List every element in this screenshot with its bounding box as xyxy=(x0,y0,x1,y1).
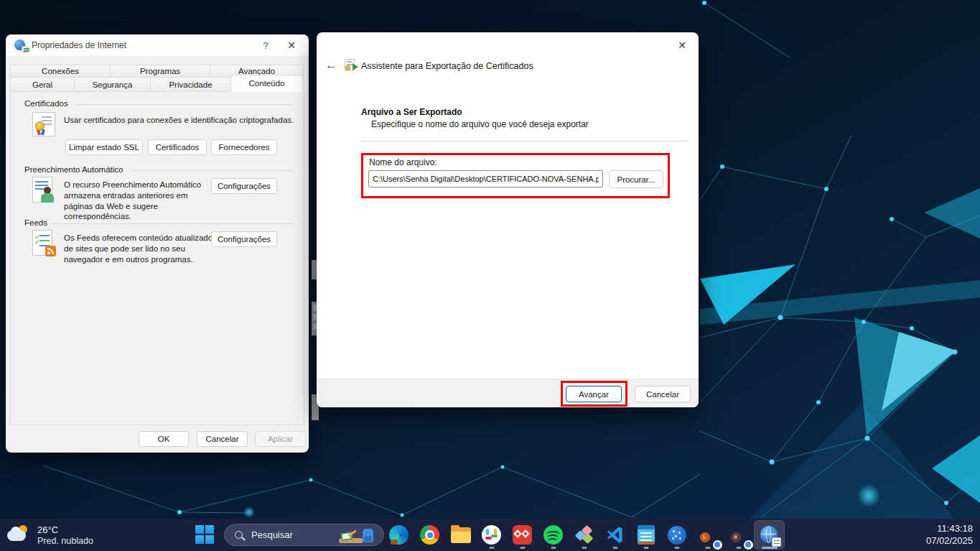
tab-privacidade[interactable]: Privacidade xyxy=(150,77,231,92)
limpar-estado-ssl-button[interactable]: Limpar estado SSL xyxy=(65,139,143,155)
ok-button[interactable]: OK xyxy=(139,431,189,447)
tab-page-conteudo: Certificados Usar certificados para cone… xyxy=(10,91,304,425)
wizard-heading: Arquivo a Ser Exportado xyxy=(361,107,462,117)
tab-geral[interactable]: Geral xyxy=(10,77,75,92)
clock-date: 07/02/2025 xyxy=(926,535,973,546)
chrome-profile-ti-badge: ti xyxy=(731,532,741,542)
fornecedores-button[interactable]: Fornecedores xyxy=(211,139,277,155)
apply-button[interactable]: Aplicar xyxy=(255,431,306,447)
taskbar-app-icons: L ti xyxy=(383,520,785,550)
group-label-feeds: Feeds xyxy=(22,218,50,227)
weather-widget[interactable]: 26°C Pred. nublado xyxy=(7,522,115,548)
feeds-configuracoes-button[interactable]: Configurações xyxy=(211,231,277,247)
tab-row-2: Geral Segurança Privacidade Conteúdo xyxy=(10,77,304,92)
notepad-icon[interactable] xyxy=(630,520,661,550)
blue-circle-app-icon[interactable] xyxy=(661,520,692,550)
close-icon[interactable]: ✕ xyxy=(284,39,299,52)
search-box[interactable]: Pesquisar xyxy=(224,524,384,546)
slack-icon[interactable] xyxy=(476,520,507,550)
spotify-icon[interactable] xyxy=(538,520,569,550)
wizard-title: Assistente para Exportação de Certificad… xyxy=(361,61,533,71)
preenchimento-description: O recurso Preenchimento Automático armaz… xyxy=(64,180,213,222)
feeds-icon: ✓ ✓ xyxy=(31,230,57,257)
certificados-description: Usar certificados para conexões e identi… xyxy=(64,115,302,126)
diamond-color-app-icon[interactable] xyxy=(569,520,599,550)
start-button[interactable] xyxy=(195,525,215,545)
search-placeholder: Pesquisar xyxy=(251,529,339,540)
wizard-icon xyxy=(344,59,357,72)
taskbar-clock[interactable]: 11:43:18 07/02/2025 xyxy=(926,523,973,546)
close-icon[interactable]: ✕ xyxy=(674,38,690,52)
search-icon xyxy=(235,531,243,539)
browse-button[interactable]: Procurar... xyxy=(609,170,663,188)
vscode-icon[interactable] xyxy=(599,520,630,550)
autofill-icon xyxy=(31,177,57,204)
certificate-export-wizard-dialog: ✕ ← Assistente para Exportação de Certif… xyxy=(317,32,699,407)
chrome-profile-l-badge: L xyxy=(700,532,710,542)
cancel-button[interactable]: Cancelar xyxy=(197,431,248,447)
file-explorer-icon[interactable] xyxy=(445,520,476,550)
next-button[interactable]: Avançar xyxy=(566,386,622,402)
chrome-icon[interactable] xyxy=(414,520,445,550)
chrome-profile-l-icon[interactable]: L xyxy=(692,520,723,550)
back-arrow-icon[interactable]: ← xyxy=(325,58,337,73)
feeds-description: Os Feeds oferecem conteúdo atualizado de… xyxy=(64,233,222,264)
separator xyxy=(361,141,688,142)
tab-conteudo-active[interactable]: Conteúdo xyxy=(230,75,303,92)
chrome-profile-ti-icon[interactable]: ti xyxy=(723,520,754,550)
clock-time: 11:43:18 xyxy=(926,523,973,534)
group-label-certificados: Certificados xyxy=(22,99,70,108)
taskbar: 26°C Pred. nublado Pesquisar xyxy=(0,519,980,551)
edge-icon[interactable] xyxy=(383,520,414,550)
file-name-label: Nome do arquivo: xyxy=(369,157,437,167)
title-bar: Propriedades de Internet ? ✕ xyxy=(6,34,309,56)
red-diamond-app-icon[interactable] xyxy=(507,520,538,550)
group-label-preenchimento: Preenchimento Automático xyxy=(22,165,125,174)
dialog-title: Propriedades de Internet xyxy=(32,40,126,50)
weather-cloud-icon xyxy=(7,525,32,545)
help-icon[interactable]: ? xyxy=(258,39,273,52)
weather-temperature: 26°C xyxy=(37,524,93,535)
wizard-cancel-button[interactable]: Cancelar xyxy=(635,386,691,402)
weather-condition: Pred. nublado xyxy=(37,536,93,546)
tab-seguranca[interactable]: Segurança xyxy=(74,77,151,92)
search-seasonal-art xyxy=(339,526,379,545)
tab-programas[interactable]: Programas xyxy=(110,65,210,78)
certificados-button[interactable]: Certificados xyxy=(148,139,207,155)
preenchimento-configuracoes-button[interactable]: Configurações xyxy=(211,178,277,194)
internet-options-icon[interactable] xyxy=(754,520,785,550)
internet-properties-icon xyxy=(14,40,27,52)
internet-properties-dialog: Propriedades de Internet ? ✕ Conexões Pr… xyxy=(6,34,309,453)
wizard-subheading: Especifique o nome do arquivo que você d… xyxy=(371,119,589,129)
file-name-input[interactable] xyxy=(368,170,603,187)
certificate-icon xyxy=(31,112,57,139)
tab-conexoes[interactable]: Conexões xyxy=(10,65,111,78)
